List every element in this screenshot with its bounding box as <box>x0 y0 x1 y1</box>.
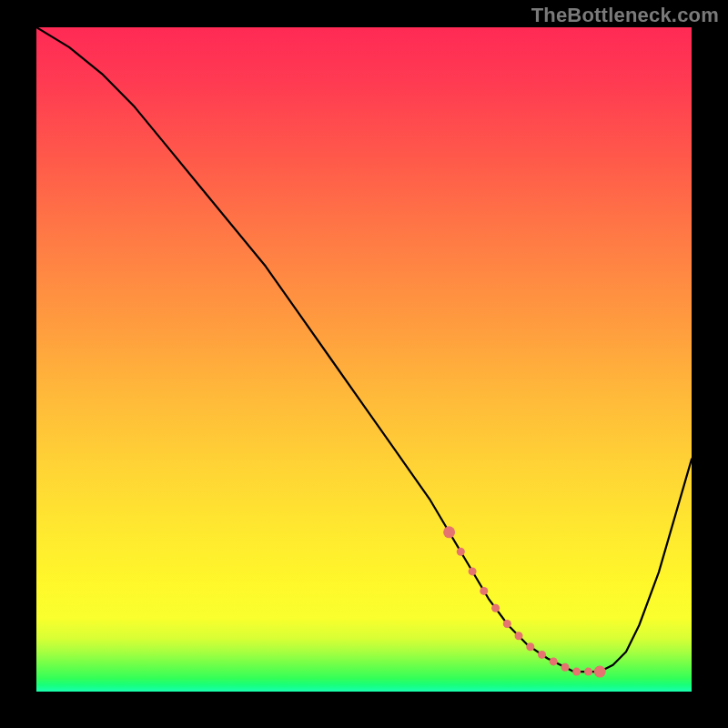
optimal-dot <box>491 604 500 612</box>
bottleneck-curve <box>36 27 692 672</box>
optimal-dot <box>480 587 488 595</box>
optimal-dot <box>443 526 455 538</box>
optimal-dot <box>503 620 511 628</box>
optimal-dot <box>526 642 534 651</box>
chart-frame: TheBottleneck.com <box>0 0 728 728</box>
optimal-dot <box>550 657 558 665</box>
optimal-dot <box>594 666 606 678</box>
optimal-dot <box>457 548 465 556</box>
optimal-dot <box>561 663 570 672</box>
plot-area <box>36 27 692 692</box>
optimal-dot <box>572 668 581 676</box>
chart-svg <box>36 27 692 692</box>
optimal-dot <box>515 632 523 640</box>
optimal-dot <box>469 567 477 575</box>
optimal-range-dots <box>443 526 606 677</box>
watermark-text: TheBottleneck.com <box>531 4 719 27</box>
optimal-dot <box>538 651 546 659</box>
optimal-dot <box>584 668 592 676</box>
